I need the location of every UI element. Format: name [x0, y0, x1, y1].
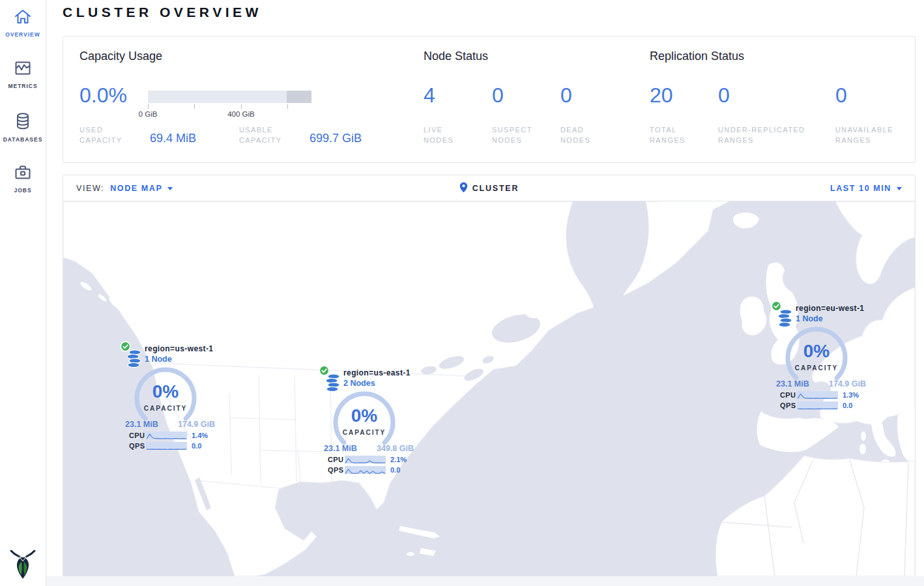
capacity-caption: CAPACITY	[784, 364, 849, 372]
under-replicated-ranges-value: 0	[718, 83, 730, 108]
map-toolbar: VIEW: NODE MAP CLUSTER LAST 10 MIN	[63, 175, 915, 201]
cpu-label: CPU	[328, 456, 343, 463]
sidebar-label-jobs: JOBS	[0, 187, 46, 194]
node-count[interactable]: 2 Nodes	[343, 379, 375, 388]
sidebar-item-databases[interactable]: DATABASES	[0, 112, 46, 143]
region-label: region=us-west-1	[145, 344, 213, 353]
capacity-axis-label-0: 0 GiB	[125, 110, 171, 118]
node-region-marker-us-west-1[interactable]: region=us-west-1 1 Node 0% CAPACITY 23.1…	[119, 340, 218, 451]
capacity-used-percent: 0.0%	[79, 83, 127, 108]
region-label: region=eu-west-1	[796, 304, 864, 313]
capacity-used-value: 23.1 MiB	[324, 444, 357, 453]
sardinia	[859, 444, 866, 454]
cpu-label: CPU	[129, 432, 145, 439]
capacity-caption: CAPACITY	[133, 405, 198, 412]
jobs-icon	[14, 164, 32, 184]
unavailable-ranges-label: UNAVAILABLE RANGES	[835, 125, 910, 145]
node-status-title: Node Status	[424, 50, 488, 63]
total-ranges-value: 20	[650, 83, 673, 108]
capacity-axis-tick	[287, 104, 288, 109]
sidebar-label-metrics: METRICS	[0, 83, 46, 89]
total-ranges-label: TOTAL RANGES	[650, 125, 702, 145]
chevron-down-icon	[897, 187, 902, 190]
sidebar-label-overview: OVERVIEW	[0, 31, 46, 38]
cpu-value: 1.3%	[843, 391, 859, 399]
cpu-sparkline	[146, 432, 187, 439]
home-icon	[14, 8, 32, 28]
usable-capacity-value: 699.7 GiB	[310, 132, 362, 145]
time-range-value: LAST 10 MIN	[830, 184, 891, 193]
live-nodes-label: LIVE NODES	[424, 125, 476, 145]
qps-label: QPS	[129, 442, 145, 450]
capacity-axis-tick	[194, 104, 195, 109]
dead-nodes-value: 0	[560, 83, 572, 108]
qps-value: 0.0	[843, 402, 852, 409]
used-capacity-label: USED CAPACITY	[79, 125, 138, 145]
capacity-bar-reserved-segment	[287, 91, 311, 103]
live-nodes-value: 4	[424, 83, 435, 108]
node-region-marker-eu-west-1[interactable]: region=eu-west-1 1 Node 0% CAPACITY 23.1…	[770, 300, 869, 411]
metrics-icon	[14, 60, 32, 80]
page-title: CLUSTER OVERVIEW	[63, 5, 262, 20]
breadcrumb-cluster-label: CLUSTER	[472, 184, 519, 193]
capacity-axis-label-400: 400 GiB	[218, 110, 264, 118]
qps-label: QPS	[328, 466, 343, 474]
capacity-total-value: 174.9 GiB	[829, 379, 866, 388]
breadcrumb[interactable]: CLUSTER	[63, 175, 915, 201]
node-count[interactable]: 1 Node	[796, 314, 823, 323]
unavailable-ranges-value: 0	[835, 83, 847, 108]
qps-sparkline	[345, 466, 386, 474]
sidebar-label-databases: DATABASES	[0, 136, 46, 143]
qps-value: 0.0	[192, 442, 201, 450]
sidebar-item-jobs[interactable]: JOBS	[0, 164, 46, 194]
qps-value: 0.0	[390, 466, 400, 474]
capacity-total-value: 349.8 GiB	[377, 444, 414, 453]
capacity-axis-tick	[148, 104, 149, 109]
cpu-label: CPU	[780, 391, 796, 399]
capacity-caption: CAPACITY	[332, 429, 397, 436]
under-replicated-ranges-label: UNDER-REPLICATED RANGES	[718, 125, 822, 145]
node-count[interactable]: 1 Node	[145, 355, 172, 364]
main-content: CLUSTER OVERVIEW Capacity Usage 0.0% 0 G…	[46, 0, 924, 576]
node-map: region=us-west-1 1 Node 0% CAPACITY 23.1…	[63, 201, 915, 576]
region-label: region=us-east-1	[343, 368, 411, 377]
node-region-marker-us-east-1[interactable]: region=us-east-1 2 Nodes 0% CAPACITY 23.…	[317, 364, 416, 475]
capacity-used-value: 23.1 MiB	[125, 420, 158, 429]
sidebar: OVERVIEW METRICS DATABASES	[0, 0, 46, 586]
capacity-percent: 0%	[332, 405, 397, 426]
map-pin-icon	[459, 182, 468, 193]
node-map-panel: VIEW: NODE MAP CLUSTER LAST 10 MIN	[63, 175, 916, 576]
replication-status-title: Replication Status	[650, 50, 744, 63]
qps-sparkline	[146, 442, 187, 450]
sidebar-item-metrics[interactable]: METRICS	[0, 60, 46, 89]
databases-icon	[14, 112, 32, 133]
time-range-dropdown[interactable]: LAST 10 MIN	[830, 175, 902, 201]
suspect-nodes-label: SUSPECT NODES	[492, 125, 544, 145]
capacity-axis-tick	[241, 104, 242, 109]
qps-sparkline	[797, 402, 838, 409]
cpu-sparkline	[345, 456, 386, 463]
cluster-summary-panel: Capacity Usage 0.0% 0 GiB 400 GiB USED C…	[63, 36, 916, 163]
suspect-nodes-value: 0	[492, 83, 504, 108]
capacity-bar	[148, 91, 311, 103]
cpu-value: 1.4%	[192, 432, 208, 439]
cpu-value: 2.1%	[390, 456, 407, 463]
cockroachdb-logo[interactable]	[8, 548, 37, 580]
dead-nodes-label: DEAD NODES	[560, 125, 613, 145]
cpu-sparkline	[797, 391, 838, 399]
usable-capacity-label: USABLE CAPACITY	[239, 125, 298, 145]
capacity-percent: 0%	[133, 381, 198, 402]
capacity-usage-title: Capacity Usage	[79, 50, 162, 63]
corsica	[861, 432, 866, 441]
qps-label: QPS	[780, 402, 796, 409]
capacity-percent: 0%	[784, 341, 849, 362]
capacity-total-value: 174.9 GiB	[178, 420, 215, 429]
used-capacity-value: 69.4 MiB	[150, 132, 196, 145]
sidebar-item-overview[interactable]: OVERVIEW	[0, 8, 46, 38]
capacity-used-value: 23.1 MiB	[776, 379, 809, 388]
